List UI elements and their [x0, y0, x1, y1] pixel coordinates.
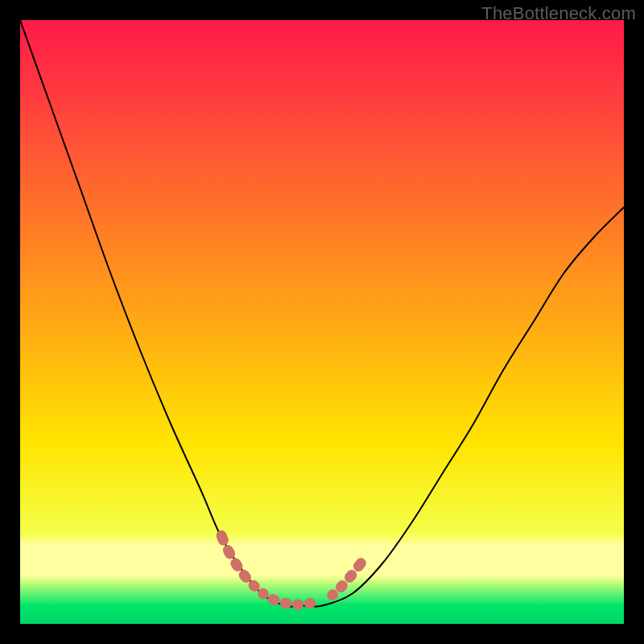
chart-stage: TheBottleneck.com [0, 0, 644, 644]
plot-area [20, 20, 624, 624]
watermark-text: TheBottleneck.com [481, 3, 636, 24]
svg-rect-9 [292, 600, 303, 610]
chart-svg [20, 20, 624, 624]
